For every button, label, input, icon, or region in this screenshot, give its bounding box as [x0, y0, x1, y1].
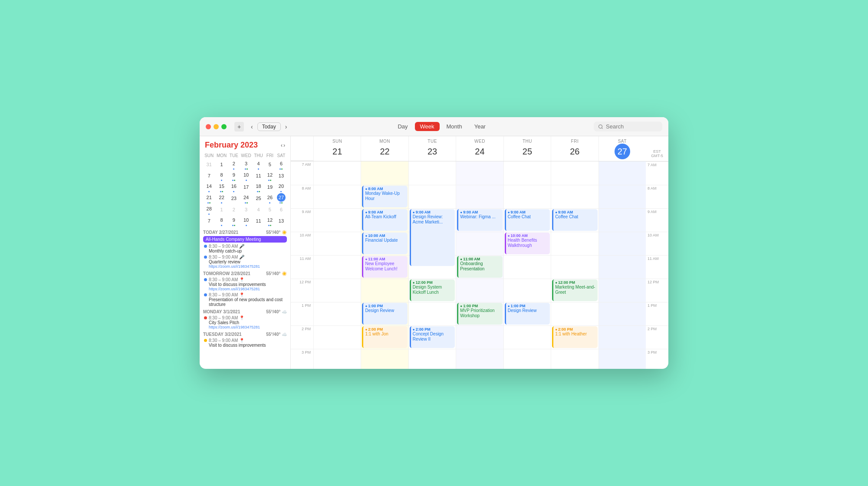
mini-cal-day[interactable]: 10	[240, 170, 253, 181]
mini-cal-day[interactable]: 20	[276, 181, 287, 193]
close-button[interactable]	[206, 124, 211, 129]
day-cell-sat[interactable]	[599, 325, 646, 349]
mini-next[interactable]: ›	[283, 142, 285, 148]
event-block[interactable]: ● 10:00 AMFinancial Update	[362, 233, 407, 254]
day-cell-sun[interactable]	[314, 232, 361, 255]
event-block[interactable]: ● 9:00 AMCoffee Chat	[552, 209, 597, 231]
mini-cal-day[interactable]: 7	[203, 215, 215, 227]
maximize-button[interactable]	[221, 124, 227, 129]
mini-cal-day[interactable]: 9	[228, 170, 240, 181]
day-cell-wed[interactable]	[456, 232, 503, 255]
day-cell-sun[interactable]	[314, 161, 361, 185]
mini-cal-day[interactable]: 19	[264, 181, 276, 193]
day-cell-wed[interactable]	[456, 279, 503, 302]
day-cell-sat[interactable]	[599, 161, 646, 185]
mini-cal-day[interactable]: 15	[215, 181, 228, 193]
prev-button[interactable]: ‹	[248, 122, 256, 131]
mini-cal-day[interactable]: 21	[203, 193, 215, 204]
mini-cal-day[interactable]: 14	[203, 181, 215, 193]
mini-cal-day[interactable]: 17	[240, 181, 253, 193]
event-block[interactable]: ● 2:00 PM1:1 with Heather	[552, 326, 597, 348]
day-cell-tue[interactable]	[409, 161, 456, 185]
day-cell-mon[interactable]	[361, 279, 408, 302]
event-block[interactable]: ● 9:00 AMCoffee Chat	[505, 209, 550, 231]
day-cell-thu[interactable]	[504, 279, 551, 302]
day-cell-sun[interactable]	[314, 208, 361, 232]
mini-cal-day[interactable]: 11	[253, 170, 264, 181]
day-cell-thu[interactable]	[504, 185, 551, 208]
day-cell-wed[interactable]	[456, 325, 503, 349]
day-cell-fri[interactable]	[551, 232, 598, 255]
view-month[interactable]: Month	[441, 122, 467, 131]
day-cell-sat[interactable]	[599, 302, 646, 325]
day-cell-wed[interactable]	[456, 349, 503, 369]
day-cell-sat[interactable]	[599, 208, 646, 232]
view-day[interactable]: Day	[392, 122, 413, 131]
mini-cal-day[interactable]: 16	[228, 181, 240, 193]
event-block[interactable]: ● 9:00 AMWebinar: Figma ...	[457, 209, 502, 231]
mini-cal-day[interactable]: 5	[264, 159, 276, 170]
mini-cal-day[interactable]: 12	[264, 170, 276, 181]
view-year[interactable]: Year	[469, 122, 491, 131]
mini-cal-day[interactable]: 2	[228, 204, 240, 215]
day-col-mon[interactable]: ● 8:00 AMMonday Wake-Up Hour● 9:00 AMAll…	[361, 161, 408, 369]
day-cell-sat[interactable]	[599, 185, 646, 208]
mini-cal-day[interactable]: 13	[276, 215, 287, 227]
mini-cal-day[interactable]: 7	[203, 170, 215, 181]
mini-cal-day[interactable]: 4	[253, 159, 264, 170]
mini-cal-day[interactable]: 12	[264, 215, 276, 227]
day-col-tue[interactable]: ● 9:00 AMDesign Review: Acme Marketi...●…	[408, 161, 456, 369]
day-cell-tue[interactable]	[409, 185, 456, 208]
next-button[interactable]: ›	[283, 122, 290, 131]
mini-cal-day[interactable]: 25	[253, 193, 264, 204]
minimize-button[interactable]	[214, 124, 219, 129]
today-button[interactable]: Today	[257, 122, 281, 131]
day-cell-tue[interactable]	[409, 349, 456, 369]
event-block[interactable]: ● 9:00 AMDesign Review: Acme Marketi...	[410, 209, 455, 266]
day-cell-sat[interactable]	[599, 349, 646, 369]
day-cell-mon[interactable]	[361, 161, 408, 185]
event-block[interactable]: ● 1:00 PMMVP Prioritization Workshop	[457, 303, 502, 325]
search-bar[interactable]	[594, 122, 662, 131]
day-cell-sun[interactable]	[314, 255, 361, 279]
all-day-event[interactable]: All-Hands Company Meeting	[203, 236, 287, 243]
day-cell-fri[interactable]	[551, 255, 598, 279]
mini-cal-day[interactable]: 3	[240, 204, 253, 215]
event-block[interactable]: ● 10:00 AMHealth Benefits Walkthrough	[505, 233, 550, 254]
mini-cal-day[interactable]: 22	[215, 193, 228, 204]
mini-cal-day[interactable]: 5	[264, 204, 276, 215]
day-cell-sat[interactable]	[599, 279, 646, 302]
event-block[interactable]: ● 1:00 PMDesign Review	[505, 303, 550, 325]
mini-cal-day[interactable]: 28	[203, 204, 215, 215]
mini-cal-day[interactable]: 10	[240, 215, 253, 227]
day-cell-thu[interactable]	[504, 349, 551, 369]
event-block[interactable]: ● 2:00 PMConcept Design Review II	[410, 326, 455, 348]
mini-prev[interactable]: ‹	[281, 142, 283, 148]
tuesday-event-1[interactable]: 8:30 – 9:00 AM 📍 Visit to discuss improv…	[203, 338, 287, 348]
mini-cal-day[interactable]: 8	[215, 170, 228, 181]
mini-cal-day[interactable]: 13	[276, 170, 287, 181]
mini-cal-day[interactable]: 1	[215, 159, 228, 170]
mini-cal-day[interactable]: 11	[253, 215, 264, 227]
event-block[interactable]: ● 8:00 AMMonday Wake-Up Hour	[362, 186, 407, 207]
add-button[interactable]: +	[234, 122, 244, 131]
day-cell-sun[interactable]	[314, 185, 361, 208]
tomorrow-event-2[interactable]: 8:30 – 9:00 AM 📍 Presentation of new pro…	[203, 292, 287, 307]
day-cell-tue[interactable]	[409, 302, 456, 325]
event-block[interactable]: ● 11:00 AMNew Employee Welcome Lunch!	[362, 256, 407, 278]
event-block[interactable]: ● 1:00 PMDesign Review	[362, 303, 407, 325]
day-col-sun[interactable]	[313, 161, 361, 369]
day-cell-wed[interactable]	[456, 185, 503, 208]
day-col-thu[interactable]: ● 9:00 AMCoffee Chat● 10:00 AMHealth Ben…	[503, 161, 551, 369]
today-event-2[interactable]: 8:30 – 9:00 AM 🎤 Quarterly review https:…	[203, 255, 287, 269]
mini-cal-day[interactable]: 31	[203, 159, 215, 170]
day-col-wed[interactable]: ● 9:00 AMWebinar: Figma ...● 11:00 AMOnb…	[456, 161, 503, 369]
tomorrow-event-1[interactable]: 8:30 – 9:00 AM 📍 Visit to discuss improv…	[203, 277, 287, 291]
day-cell-mon[interactable]	[361, 349, 408, 369]
day-cell-sun[interactable]	[314, 302, 361, 325]
mini-cal-day[interactable]: 9	[228, 215, 240, 227]
event-block[interactable]: ● 12:00 PMMarketing Meet-and-Greet	[552, 279, 597, 301]
day-cell-fri[interactable]	[551, 302, 598, 325]
day-cell-fri[interactable]	[551, 185, 598, 208]
mini-cal-day[interactable]: 6	[276, 204, 287, 215]
